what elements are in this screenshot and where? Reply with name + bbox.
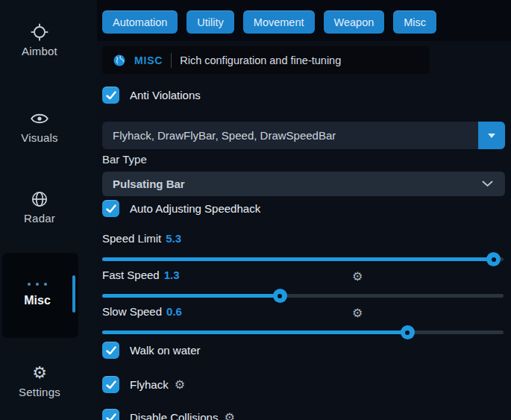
sidebar-item-label: Settings	[0, 386, 79, 398]
tab-utility[interactable]: Utility	[186, 10, 233, 34]
auto-adjusting-label: Auto Adjusting Speedhack	[130, 202, 260, 215]
globe-icon	[113, 54, 126, 67]
sidebar-item-label: Radar	[0, 212, 79, 225]
walk-on-water-checkbox[interactable]	[102, 342, 119, 359]
disable-collisions-gear-icon[interactable]: ⚙	[224, 412, 234, 420]
fast-speed-value: 1.3	[164, 269, 180, 281]
anti-violations-row: Anti Violations	[102, 87, 201, 104]
bar-multiselect-value: Flyhack, DrawFlyBar, Speed, DrawSpeedBar	[102, 129, 478, 142]
crosshair-icon	[0, 22, 79, 42]
flyhack-row: Flyhack ⚙	[102, 376, 185, 393]
slider-fill	[102, 294, 280, 298]
speed-limit-slider[interactable]	[102, 257, 504, 261]
bar-type-label: Bar Type	[102, 153, 147, 166]
slow-speed-value: 0.6	[166, 305, 182, 318]
globe-icon	[0, 189, 79, 209]
slider-handle[interactable]	[273, 289, 287, 303]
app-window: Aimbot Visuals Radar Mi	[0, 0, 511, 420]
slow-speed-label: Slow Speed0.6	[102, 305, 182, 318]
flyhack-label: Flyhack ⚙	[130, 378, 185, 391]
bar-multiselect-open-button[interactable]	[478, 122, 505, 149]
check-icon	[106, 346, 116, 355]
check-icon	[106, 413, 116, 420]
sidebar-item-aimbot[interactable]: Aimbot	[0, 22, 79, 57]
disable-collisions-row: Disable Collisions ⚙	[102, 409, 235, 420]
chevron-down-icon	[482, 181, 493, 187]
disable-collisions-label: Disable Collisions ⚙	[130, 411, 235, 420]
triangle-down-icon	[487, 133, 496, 139]
sidebar-item-misc-selected[interactable]: Misc	[2, 253, 78, 338]
sidebar-item-label: Aimbot	[0, 45, 79, 57]
walk-on-water-row: Walk on water	[102, 342, 200, 359]
sidebar-item-visuals[interactable]: Visuals	[0, 109, 79, 144]
auto-adjusting-row: Auto Adjusting Speedhack	[102, 200, 260, 217]
gear-icon: ⚙	[0, 363, 79, 383]
flyhack-gear-icon[interactable]: ⚙	[175, 379, 185, 391]
fast-speed-label: Fast Speed1.3	[102, 269, 180, 281]
sidebar-item-settings[interactable]: ⚙ Settings	[0, 363, 79, 398]
slider-fill	[102, 257, 493, 261]
tab-weapon[interactable]: Weapon	[324, 10, 385, 34]
eye-icon	[0, 109, 79, 128]
bar-type-value: Pulsating Bar	[113, 178, 185, 190]
divider	[171, 53, 172, 68]
slow-speed-gear-icon[interactable]: ⚙	[352, 306, 363, 320]
sidebar-item-label: Visuals	[0, 131, 79, 144]
tab-movement[interactable]: Movement	[243, 10, 315, 34]
disable-collisions-checkbox[interactable]	[102, 409, 119, 420]
speed-limit-value: 5.3	[166, 232, 181, 245]
fast-speed-gear-icon[interactable]: ⚙	[352, 269, 363, 283]
check-icon	[106, 380, 116, 389]
section-title: MISC	[134, 54, 163, 66]
sidebar-item-radar[interactable]: Radar	[0, 189, 79, 225]
speed-limit-label: Speed Limit5.3	[102, 232, 181, 245]
auto-adjusting-checkbox[interactable]	[102, 200, 119, 217]
anti-violations-checkbox[interactable]	[102, 87, 119, 104]
slow-speed-slider[interactable]	[102, 330, 504, 334]
check-icon	[106, 204, 116, 213]
slider-handle[interactable]	[401, 325, 415, 339]
check-icon	[106, 91, 116, 100]
sidebar: Aimbot Visuals Radar Mi	[0, 0, 97, 420]
anti-violations-label: Anti Violations	[130, 89, 201, 101]
bar-multiselect[interactable]: Flyhack, DrawFlyBar, Speed, DrawSpeedBar	[102, 122, 505, 149]
ellipsis-icon	[2, 283, 72, 286]
walk-on-water-label: Walk on water	[130, 344, 200, 357]
flyhack-checkbox[interactable]	[102, 376, 119, 393]
tab-automation[interactable]: Automation	[102, 10, 178, 34]
slider-handle[interactable]	[486, 252, 501, 266]
tab-bar: Automation Utility Movement Weapon Misc	[102, 10, 436, 34]
tab-misc[interactable]: Misc	[393, 10, 436, 34]
fast-speed-slider[interactable]	[102, 294, 504, 298]
slider-fill	[102, 330, 407, 334]
selected-accent-bar	[72, 275, 75, 313]
sidebar-item-label: Misc	[2, 294, 72, 307]
section-subtitle: Rich configuration and fine-tuning	[180, 54, 341, 66]
section-header: MISC Rich configuration and fine-tuning	[102, 46, 430, 74]
bar-type-dropdown[interactable]: Pulsating Bar	[102, 172, 505, 196]
